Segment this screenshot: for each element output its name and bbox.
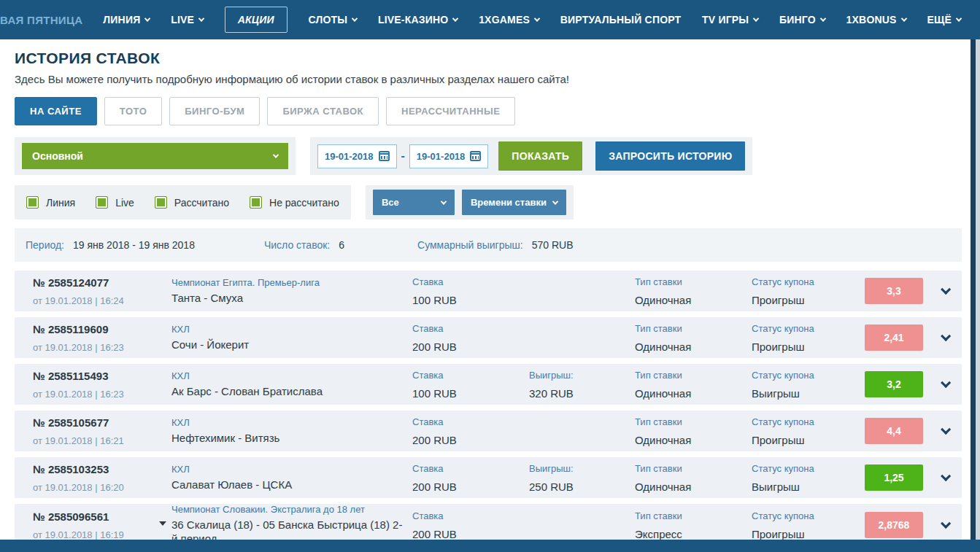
checkbox-checked-icon[interactable] (96, 196, 108, 209)
coefficient-badge: 3,2 (865, 371, 923, 397)
row-expand-chevron-icon[interactable] (941, 331, 951, 341)
coupon-status-value: Проигрыш (752, 341, 865, 353)
bet-type-label: Тип ставки (635, 463, 752, 474)
top-nav: ВАЯ ПЯТНИЦА ЛИНИЯLIVEАКЦИИСЛОТЫLIVE-КАЗИ… (0, 0, 980, 39)
row-expand-chevron-icon[interactable] (941, 378, 951, 388)
bet-number: № 2585103253 (33, 463, 171, 475)
expand-triangle-icon[interactable] (159, 521, 166, 526)
nav-item-label: ЛИНИЯ (103, 14, 140, 26)
bet-datetime: от 19.01.2018 | 16:23 (33, 342, 171, 353)
period-label: Период: (26, 239, 64, 251)
nav-item-бинго[interactable]: БИНГО (779, 14, 825, 26)
bet-type-label: Тип ставки (635, 370, 752, 381)
checkbox-checked-icon[interactable] (250, 196, 262, 209)
bet-type: Тип ставкиОдиночная (635, 276, 752, 306)
date-to-value: 19-01-2018 (417, 151, 466, 162)
coefficient-badge: 2,8768 (865, 512, 923, 538)
nav-item-1xbonus[interactable]: 1XBONUS (846, 14, 906, 26)
bet-number: № 2585124077 (33, 276, 171, 289)
coupon-status-value: Проигрыш (752, 294, 865, 306)
tab-биржа-ставок[interactable]: БИРЖА СТАВОК (267, 97, 379, 125)
brand-happy-friday[interactable]: ВАЯ ПЯТНИЦА (0, 14, 82, 26)
bet-league-link[interactable]: КХЛ (171, 417, 404, 428)
nav-item-1xgames[interactable]: 1XGAMES (479, 14, 539, 26)
legend-label: Рассчитано (174, 197, 229, 209)
stake-value: 200 RUB (412, 434, 529, 446)
bet-number: № 2585105677 (33, 416, 171, 429)
bet-type-value: Экспресс (635, 528, 752, 540)
stake-value: 200 RUB (412, 481, 529, 493)
nav-item-label: БИНГО (779, 14, 816, 26)
account-select[interactable]: Основной (22, 143, 288, 169)
nav-item-label: LIVE-КАЗИНО (378, 14, 448, 26)
bet-league-link[interactable]: Чемпионат Египта. Премьер-лига (171, 277, 404, 288)
win-value (529, 528, 635, 539)
bet-league-link[interactable]: КХЛ (171, 370, 404, 381)
nav-item-tv-игры[interactable]: TV ИГРЫ (702, 14, 758, 26)
stake-label: Ставка (412, 370, 529, 381)
tab-на-сайте[interactable]: НА САЙТЕ (15, 97, 97, 125)
bets-list: № 2585124077от 19.01.2018 | 16:24Чемпион… (15, 271, 962, 540)
win: Выигрыш:250 RUB (529, 463, 635, 493)
coupon-status: Статус купонаПроигрыш (752, 416, 865, 446)
legend-row: ЛинияLiveРассчитаноНе рассчитано Все Вре… (15, 185, 962, 219)
chevron-down-icon (900, 15, 906, 21)
legend-label: Не рассчитано (269, 197, 339, 209)
tab-тото[interactable]: ТОТО (104, 97, 162, 125)
bet-type-value: Одиночная (635, 387, 752, 400)
stake-label: Ставка (412, 510, 529, 521)
nav-item-label: ВИРТУАЛЬНЫЙ СПОРТ (560, 14, 682, 26)
bet-league-link[interactable]: Чемпионат Словакии. Экстралига до 18 лет (171, 504, 404, 515)
bet-row: № 2585115493от 19.01.2018 | 16:23КХЛАк Б… (15, 364, 962, 405)
bet-type: Тип ставкиОдиночная (635, 370, 752, 400)
bet-league-link[interactable]: КХЛ (171, 464, 404, 475)
account-strip: Основной (15, 137, 296, 175)
chevron-down-icon (534, 15, 540, 21)
type-filter-select[interactable]: Все (373, 190, 455, 215)
win-label (529, 418, 635, 427)
bet-event-cell: КХЛСалават Юлаев - ЦСКА (171, 464, 412, 492)
nav-item-линия[interactable]: ЛИНИЯ (103, 14, 150, 26)
coupon-status-label: Статус купона (752, 370, 865, 381)
bet-type: Тип ставкиОдиночная (635, 463, 752, 493)
tab-нерассчитанные[interactable]: НЕРАССЧИТАННЫЕ (386, 97, 515, 125)
bet-type-label: Тип ставки (635, 276, 752, 287)
win-value: 250 RUB (529, 481, 635, 493)
sort-select[interactable]: Времени ставки (462, 190, 566, 215)
bet-type-value: Одиночная (635, 481, 752, 493)
checkbox-checked-icon[interactable] (26, 196, 39, 209)
bet-row: № 2585119609от 19.01.2018 | 16:23КХЛСочи… (15, 317, 962, 358)
type-filter-value: Все (382, 197, 399, 208)
legend-strip: ЛинияLiveРассчитаноНе рассчитано (15, 185, 351, 219)
bet-count-value: 6 (339, 239, 344, 251)
bet-league-link[interactable]: КХЛ (171, 324, 404, 335)
row-expand-chevron-icon[interactable] (941, 471, 951, 481)
nav-item-виртуальный-спорт[interactable]: ВИРТУАЛЬНЫЙ СПОРТ (560, 14, 682, 26)
date-to-input[interactable]: 19-01-2018 (409, 144, 489, 168)
coupon-status: Статус купонаПроигрыш (752, 276, 865, 306)
row-expand-chevron-icon[interactable] (941, 424, 951, 435)
stake-label: Ставка (412, 323, 529, 334)
date-from-input[interactable]: 19-01-2018 (317, 144, 397, 168)
tab-бинго-бум[interactable]: БИНГО-БУМ (169, 97, 260, 125)
total-win-value: 570 RUB (532, 239, 574, 251)
win-label (529, 512, 635, 521)
bet-count-label: Число ставок: (264, 239, 330, 251)
checkbox-checked-icon[interactable] (155, 196, 167, 209)
nav-item-акции[interactable]: АКЦИИ (225, 7, 288, 33)
row-expand-chevron-icon[interactable] (941, 284, 951, 295)
nav-item-live-казино[interactable]: LIVE-КАЗИНО (378, 14, 458, 26)
total-win-label: Суммарный выигрыш: (417, 239, 523, 251)
nav-item-слоты[interactable]: СЛОТЫ (309, 14, 358, 26)
nav-item-label: TV ИГРЫ (702, 14, 749, 26)
legend-label: Линия (46, 197, 75, 209)
nav-item-ещё[interactable]: ЕЩЁ (927, 14, 961, 26)
request-history-button[interactable]: ЗАПРОСИТЬ ИСТОРИЮ (595, 141, 745, 171)
bet-type-value: Одиночная (635, 434, 752, 446)
show-button[interactable]: ПОКАЗАТЬ (498, 141, 582, 171)
bet-type-label: Тип ставки (635, 323, 752, 334)
bet-id-cell: № 2585119609от 19.01.2018 | 16:23 (33, 323, 171, 353)
nav-item-live[interactable]: LIVE (171, 14, 204, 26)
coupon-status-value: Проигрыш (752, 434, 865, 446)
row-expand-chevron-icon[interactable] (941, 518, 951, 529)
